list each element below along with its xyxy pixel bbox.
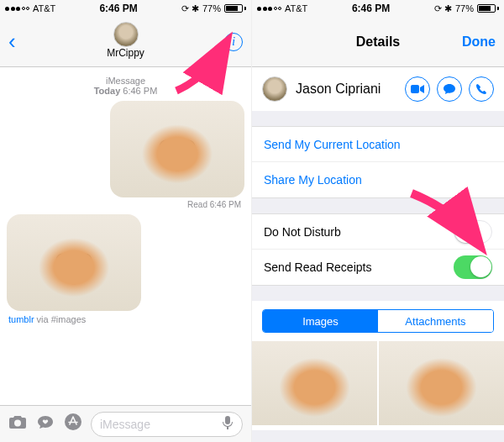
battery-icon — [477, 4, 499, 13]
message-input-bar: iMessage — [0, 405, 251, 442]
read-receipts-label: Send Read Receipts — [264, 260, 454, 274]
message-button[interactable] — [437, 76, 462, 102]
message-input[interactable]: iMessage — [91, 412, 243, 437]
digital-touch-icon[interactable] — [35, 414, 55, 434]
nav-bar: Details Done — [252, 17, 504, 67]
svg-rect-1 — [411, 85, 419, 93]
contact-name: MrCippy — [107, 47, 144, 59]
send-location-button[interactable]: Send My Current Location — [252, 127, 504, 162]
conversation-area[interactable]: iMessage Today 6:46 PM Read 6:46 PM tumb… — [0, 67, 251, 405]
signal-dots — [257, 7, 281, 11]
done-button[interactable]: Done — [462, 34, 496, 50]
signal-dots — [5, 7, 29, 11]
messages-conversation-screen: AT&T 6:46 PM ⟳ ✱ 77% ‹ MrCippy i iMessag… — [0, 0, 252, 442]
back-button[interactable]: ‹ — [8, 29, 16, 55]
outgoing-message-image[interactable] — [110, 101, 244, 197]
details-title: Details — [356, 34, 400, 50]
info-button[interactable]: i — [224, 33, 243, 51]
battery-pct: 77% — [455, 3, 474, 13]
read-receipts-toggle[interactable] — [454, 255, 492, 279]
bluetooth-icon: ⟳ ✱ — [434, 3, 452, 14]
attachment-segmented-control[interactable]: Images Attachments — [262, 309, 494, 333]
camera-icon[interactable] — [8, 414, 27, 434]
status-bar: AT&T 6:46 PM ⟳ ✱ 77% — [0, 0, 251, 17]
nav-bar: ‹ MrCippy i — [0, 17, 251, 67]
message-source: tumblr via #images — [8, 314, 243, 324]
mic-icon[interactable] — [222, 415, 234, 433]
source-link[interactable]: tumblr — [8, 314, 34, 324]
incoming-message-image[interactable] — [7, 214, 141, 311]
status-bar: AT&T 6:46 PM ⟳ ✱ 77% — [252, 0, 504, 17]
status-time: 6:46 PM — [99, 3, 137, 14]
attachment-grid — [252, 341, 504, 425]
carrier-label: AT&T — [285, 3, 307, 13]
segment-images[interactable]: Images — [263, 310, 378, 332]
app-store-icon[interactable] — [64, 413, 82, 435]
call-button[interactable] — [469, 76, 494, 102]
bluetooth-icon: ⟳ ✱ — [181, 3, 199, 14]
dnd-toggle[interactable] — [454, 220, 492, 244]
timestamp: iMessage Today 6:46 PM — [7, 76, 244, 96]
dnd-row: Do Not Disturb — [252, 214, 504, 250]
carrier-label: AT&T — [33, 3, 55, 13]
contact-avatar[interactable] — [113, 22, 139, 47]
read-receipts-row: Send Read Receipts — [252, 250, 504, 285]
share-location-button[interactable]: Share My Location — [252, 162, 504, 197]
segment-attachments[interactable]: Attachments — [378, 310, 493, 332]
attachment-thumb[interactable] — [379, 341, 504, 425]
contact-name: Jason Cipriani — [296, 82, 381, 97]
dnd-label: Do Not Disturb — [264, 225, 454, 239]
read-receipt: Read 6:46 PM — [187, 200, 241, 209]
facetime-button[interactable] — [405, 76, 430, 102]
attachment-thumb[interactable] — [252, 341, 377, 425]
details-content[interactable]: Jason Cipriani Send My Current Location … — [252, 67, 504, 442]
battery-icon — [224, 4, 246, 13]
contact-avatar — [262, 76, 287, 102]
contact-row[interactable]: Jason Cipriani — [252, 67, 504, 111]
battery-pct: 77% — [202, 3, 221, 13]
status-time: 6:46 PM — [352, 3, 390, 14]
input-placeholder: iMessage — [100, 418, 150, 431]
details-screen: AT&T 6:46 PM ⟳ ✱ 77% Details Done Jason … — [252, 0, 504, 442]
